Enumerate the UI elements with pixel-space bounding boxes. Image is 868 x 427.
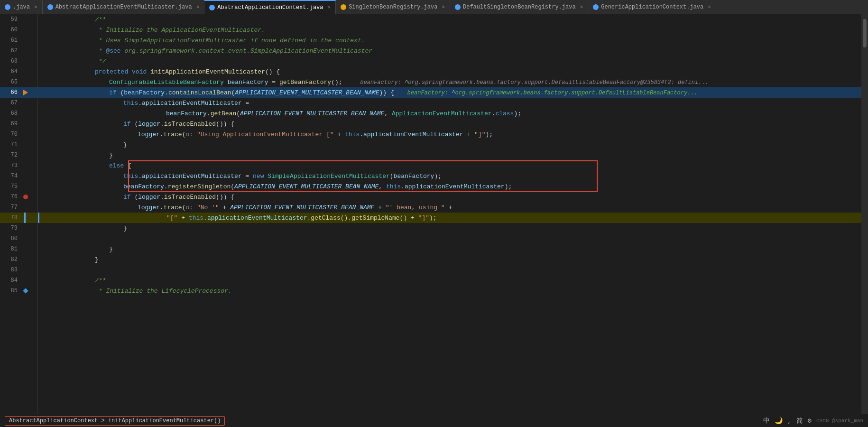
code-line-71: } — [38, 139, 861, 150]
code-line-85: * Initialize the LifecycleProcessor. — [38, 286, 861, 296]
close-tab-6[interactable]: × — [708, 4, 711, 10]
gutter-row-69: 69 — [0, 119, 37, 129]
left-border-indicator — [24, 213, 26, 223]
tab-icon-3 — [209, 5, 215, 10]
tab-label-2: AbstractApplicationEventMulticaster.java — [55, 4, 192, 10]
line-gutter: 59 60 61 62 63 — [0, 14, 38, 414]
gutter-row-61: 61 — [0, 35, 37, 46]
close-tab-1[interactable]: × — [34, 4, 37, 10]
code-line-59: /** — [38, 14, 861, 25]
code-line-78: "[" + this.applicationEventMulticaster.g… — [38, 213, 861, 223]
gutter-row-65: 65 — [0, 77, 37, 87]
code-line-63: */ — [38, 56, 861, 66]
code-line-76: if (logger.isTraceEnabled()) { — [38, 192, 861, 202]
gutter-row-79: 79 — [0, 223, 37, 233]
gutter-row-68: 68 — [0, 108, 37, 119]
gutter-row-67: 67 — [0, 98, 37, 108]
gutter-row-72: 72 — [0, 150, 37, 160]
gutter-row-63: 63 — [0, 56, 37, 66]
code-line-69: if (logger.isTraceEnabled()) { — [38, 119, 861, 129]
status-icon-gear[interactable]: ⚙ — [808, 417, 812, 425]
diamond-icon — [23, 288, 28, 293]
status-icon-comma: , — [787, 417, 791, 425]
breadcrumb-class: AbstractApplicationContext — [9, 418, 98, 424]
code-line-67: this.applicationEventMulticaster = — [38, 98, 861, 108]
tab-2[interactable]: AbstractApplicationEventMulticaster.java… — [43, 0, 205, 14]
status-icon-zh: 中 — [763, 417, 770, 425]
code-line-81: } — [38, 244, 861, 254]
tab-label-6: GenericApplicationContext.java — [601, 4, 703, 10]
code-line-60: * Initialize the ApplicationEventMultica… — [38, 25, 861, 35]
watermark: CSDN @spark_man — [816, 418, 863, 424]
gutter-row-85: 85 — [0, 286, 37, 296]
tab-4[interactable]: SingletonBeanRegistry.java × — [336, 0, 450, 14]
status-right: 中 🌙 , 简 ⚙ CSDN @spark_man — [763, 417, 863, 425]
tab-1[interactable]: .java × — [0, 0, 43, 14]
code-line-82: } — [38, 254, 861, 265]
code-line-65: ConfigurableListableBeanFactory beanFact… — [38, 77, 861, 87]
code-line-68: beanFactory.getBean(APPLICATION_EVENT_MU… — [38, 108, 861, 119]
editor-window: .java × AbstractApplicationEventMulticas… — [0, 0, 868, 427]
code-line-75: beanFactory.registerSingleton(APPLICATIO… — [38, 181, 861, 192]
breadcrumb-area: AbstractApplicationContext > initApplica… — [5, 416, 225, 426]
code-area[interactable]: /** * Initialize the ApplicationEventMul… — [38, 14, 861, 414]
tab-icon-6 — [593, 4, 599, 10]
gutter-row-83: 83 — [0, 265, 37, 275]
code-line-70: logger.trace(o: "Using ApplicationEventM… — [38, 129, 861, 139]
code-line-83 — [38, 265, 861, 275]
gutter-row-70: 70 — [0, 129, 37, 139]
code-line-73: else { — [38, 160, 861, 171]
close-tab-2[interactable]: × — [196, 4, 200, 10]
close-tab-3[interactable]: × — [328, 5, 331, 10]
status-bar: AbstractApplicationContext > initApplica… — [0, 414, 868, 427]
tab-label-4: SingletonBeanRegistry.java — [349, 4, 437, 10]
tab-5[interactable]: DefaultSingletonBeanRegistry.java × — [450, 0, 588, 14]
gutter-row-66: 66 — [0, 87, 37, 98]
gutter-row-78: 78 — [0, 213, 37, 223]
tab-bar: .java × AbstractApplicationEventMulticas… — [0, 0, 868, 14]
gutter-row-74: 74 — [0, 171, 37, 181]
code-line-66: if (beanFactory.containsLocalBean(APPLIC… — [38, 87, 861, 98]
tab-icon-1 — [5, 4, 10, 10]
close-tab-5[interactable]: × — [580, 4, 583, 10]
right-scrollbar[interactable] — [861, 14, 868, 414]
tab-label-3: AbstractApplicationContext.java — [217, 4, 323, 11]
code-line-64: protected void initApplicationEventMulti… — [38, 66, 861, 77]
breadcrumb-box: AbstractApplicationContext > initApplica… — [5, 416, 225, 426]
gutter-row-81: 81 — [0, 244, 37, 254]
tab-6[interactable]: GenericApplicationContext.java × — [588, 0, 716, 14]
code-line-84: /** — [38, 275, 861, 286]
code-line-62: * @see org.springframework.context.event… — [38, 46, 861, 56]
gutter-row-82: 82 — [0, 254, 37, 265]
code-line-77: logger.trace(o: "No '" + APPLICATION_EVE… — [38, 202, 861, 213]
editor-body: 59 60 61 62 63 — [0, 14, 868, 414]
tab-icon-2 — [47, 4, 53, 10]
tab-icon-4 — [341, 4, 346, 10]
gutter-row-62: 62 — [0, 46, 37, 56]
status-icon-jian: 简 — [796, 417, 803, 425]
breakpoint-icon — [23, 195, 28, 199]
tab-label-1: .java — [13, 4, 30, 10]
code-line-61: * Uses SimpleApplicationEventMulticaster… — [38, 35, 861, 46]
code-line-72: } — [38, 150, 861, 160]
gutter-row-64: 64 — [0, 66, 37, 77]
status-icon-moon: 🌙 — [775, 417, 783, 425]
gutter-row-84: 84 — [0, 275, 37, 286]
gutter-row-80: 80 — [0, 233, 37, 244]
code-line-79: } — [38, 223, 861, 233]
code-line-80 — [38, 233, 861, 244]
close-tab-4[interactable]: × — [442, 4, 445, 10]
gutter-row-60: 60 — [0, 25, 37, 35]
execution-arrow-icon — [23, 90, 28, 95]
gutter-row-73: 73 — [0, 160, 37, 171]
code-line-74: this.applicationEventMulticaster = new S… — [38, 171, 861, 181]
tab-icon-5 — [455, 4, 461, 10]
tab-label-5: DefaultSingletonBeanRegistry.java — [463, 4, 576, 10]
tab-3[interactable]: AbstractApplicationContext.java × — [204, 0, 336, 14]
gutter-row-59: 59 — [0, 14, 37, 25]
gutter-row-76: 76 — [0, 192, 37, 202]
gutter-row-77: 77 — [0, 202, 37, 213]
breadcrumb-method: initApplicationEventMulticaster() — [108, 418, 221, 424]
gutter-row-75: 75 — [0, 181, 37, 192]
scrollbar-thumb — [863, 19, 867, 47]
